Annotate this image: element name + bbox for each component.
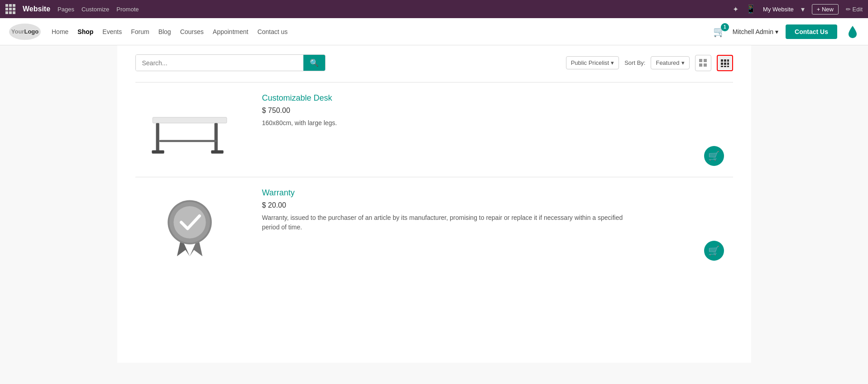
cart-button[interactable]: 🛒 1 — [713, 26, 725, 38]
product-item-desk: Customizable Desk $ 750.00 160x80cm, wit… — [135, 82, 733, 177]
apps-icon[interactable] — [5, 4, 15, 14]
svg-rect-11 — [724, 66, 726, 67]
pages-link[interactable]: Pages — [58, 6, 74, 13]
nav-events[interactable]: Events — [102, 28, 122, 35]
sort-label: Sort By: — [624, 59, 645, 66]
product-info-desk: Customizable Desk $ 750.00 160x80cm, wit… — [262, 93, 733, 128]
product-price-warranty: $ 20.00 — [262, 201, 733, 209]
product-info-warranty: Warranty $ 20.00 Warranty, issued to the… — [262, 188, 733, 232]
controls-right: Public Pricelist ▾ Sort By: Featured ▾ — [566, 55, 733, 71]
edit-button[interactable]: ✏ Edit — [846, 6, 863, 13]
admin-bar-right: ✦ 📱 My Website ▾ + New ✏ Edit — [733, 4, 863, 15]
site-nav: Your Logo Home Shop Events Forum Blog Co… — [0, 18, 868, 45]
product-title-warranty[interactable]: Warranty — [262, 188, 733, 198]
admin-bar: Website Pages Customize Promote ✦ 📱 My W… — [0, 0, 868, 18]
search-wrapper: 🔍 — [135, 54, 326, 71]
mobile-icon[interactable]: 📱 — [746, 4, 756, 14]
svg-rect-0 — [699, 59, 702, 62]
svg-rect-9 — [727, 63, 729, 65]
product-price-desk: $ 750.00 — [262, 107, 733, 115]
nav-shop[interactable]: Shop — [77, 28, 93, 35]
sort-value: Featured — [656, 59, 679, 66]
nav-courses[interactable]: Courses — [180, 28, 204, 35]
cart-badge: 1 — [721, 23, 729, 31]
svg-rect-6 — [727, 59, 729, 62]
contact-us-button[interactable]: Contact Us — [786, 24, 837, 39]
product-item-warranty: Warranty $ 20.00 Warranty, issued to the… — [135, 177, 733, 272]
svg-rect-3 — [704, 63, 707, 67]
svg-rect-10 — [721, 66, 723, 67]
nav-links: Home Shop Events Forum Blog Courses Appo… — [52, 28, 713, 35]
svg-point-23 — [173, 206, 206, 238]
add-to-cart-button-desk[interactable]: 🛒 — [704, 146, 724, 166]
search-input[interactable] — [136, 55, 303, 71]
nav-home[interactable]: Home — [52, 28, 68, 35]
warranty-illustration — [160, 190, 219, 258]
star-icon[interactable]: ✦ — [733, 5, 739, 14]
view-grid-button[interactable] — [695, 55, 711, 71]
nav-forum[interactable]: Forum — [131, 28, 149, 35]
product-image-warranty — [135, 188, 244, 261]
add-to-cart-button-warranty[interactable]: 🛒 — [704, 241, 724, 261]
pricelist-select[interactable]: Public Pricelist ▾ — [566, 56, 619, 69]
desk-illustration — [144, 100, 235, 159]
view-list-button[interactable] — [717, 55, 733, 71]
app-name: Website — [23, 5, 50, 13]
logo-text: Logo — [24, 28, 38, 35]
sort-select[interactable]: Featured ▾ — [651, 56, 689, 69]
user-name: Mitchell Admin — [733, 28, 773, 35]
nav-right: 🛒 1 Mitchell Admin ▾ Contact Us — [713, 24, 859, 39]
logo[interactable]: Your Logo — [9, 24, 41, 40]
promote-link[interactable]: Promote — [116, 6, 139, 13]
svg-rect-4 — [721, 59, 723, 62]
grid-view-icon — [699, 59, 707, 67]
svg-rect-14 — [156, 123, 159, 152]
product-image-desk — [135, 93, 244, 166]
list-view-icon — [721, 59, 729, 67]
water-drop-icon — [846, 24, 859, 39]
logo-your: Your — [11, 28, 24, 35]
pricelist-label: Public Pricelist — [571, 59, 609, 66]
svg-rect-13 — [153, 117, 227, 123]
product-title-desk[interactable]: Customizable Desk — [262, 93, 733, 103]
svg-rect-17 — [211, 150, 223, 153]
site-name-link[interactable]: My Website — [763, 6, 794, 13]
svg-rect-15 — [214, 123, 217, 152]
nav-appointment[interactable]: Appointment — [213, 28, 249, 35]
svg-rect-5 — [724, 59, 726, 62]
svg-rect-1 — [704, 59, 707, 62]
nav-blog[interactable]: Blog — [158, 28, 171, 35]
pricelist-chevron: ▾ — [611, 59, 614, 66]
svg-rect-8 — [724, 63, 726, 65]
main-content: 🔍 Public Pricelist ▾ Sort By: Featured ▾ — [117, 45, 751, 363]
customize-link[interactable]: Customize — [82, 6, 109, 13]
sort-chevron: ▾ — [681, 59, 685, 66]
controls-row: 🔍 Public Pricelist ▾ Sort By: Featured ▾ — [135, 54, 733, 71]
product-desc-desk: 160x80cm, with large legs. — [262, 118, 624, 128]
svg-rect-7 — [721, 63, 723, 65]
svg-rect-18 — [159, 140, 216, 142]
admin-bar-left: Website Pages Customize Promote — [5, 4, 139, 14]
nav-contact-us[interactable]: Contact us — [257, 28, 288, 35]
logo-oval: Your Logo — [9, 24, 41, 40]
svg-rect-16 — [152, 150, 164, 153]
user-dropdown-arrow: ▾ — [775, 28, 778, 35]
user-menu[interactable]: Mitchell Admin ▾ — [733, 28, 778, 35]
dropdown-arrow: ▾ — [801, 5, 805, 14]
search-button[interactable]: 🔍 — [303, 55, 325, 71]
product-desc-warranty: Warranty, issued to the purchaser of an … — [262, 213, 624, 232]
new-button[interactable]: + New — [812, 4, 839, 15]
svg-rect-2 — [699, 63, 702, 67]
svg-rect-12 — [727, 66, 729, 67]
